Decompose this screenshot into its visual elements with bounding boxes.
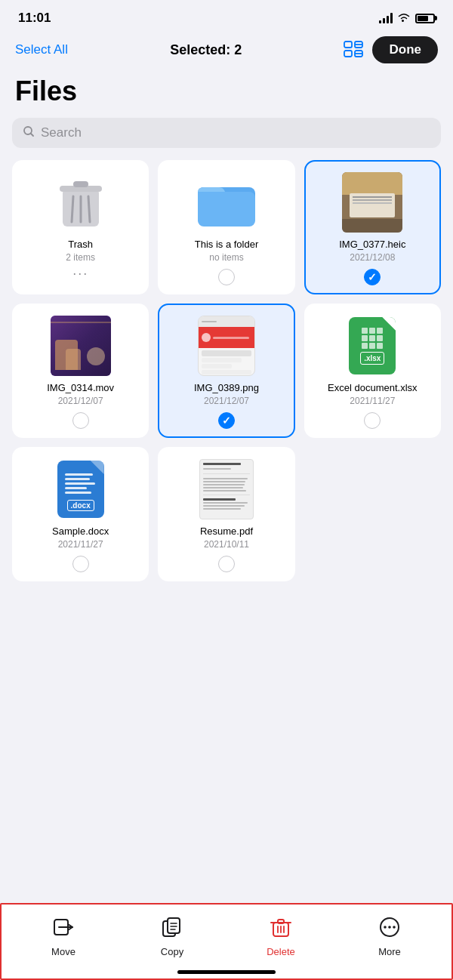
file-name-sample: Sample.docx [52, 525, 109, 537]
more-label: More [378, 946, 401, 957]
move-icon [53, 917, 74, 942]
files-grid: Trash 2 items ... This is a folder no it… [0, 160, 453, 593]
file-card-sample[interactable]: .docx Sample.docx 2021/11/27 [12, 447, 149, 581]
file-name-trash: Trash [68, 239, 93, 250]
toolbar-right: Done [344, 36, 438, 63]
file-card-img0377[interactable]: IMG_0377.heic 2021/12/08 [304, 160, 441, 294]
selected-count: Selected: 2 [170, 42, 242, 58]
file-icon-excel: .xlsx [342, 316, 402, 376]
file-checkbox-img0377[interactable] [364, 269, 381, 285]
file-date-resume: 2021/10/11 [204, 539, 249, 550]
file-checkbox-resume[interactable] [218, 556, 235, 572]
file-name-img0377: IMG_0377.heic [339, 239, 405, 250]
file-date-sample: 2021/11/27 [58, 539, 103, 550]
file-subtitle-trash: 2 items [66, 252, 95, 263]
file-checkbox-img0314[interactable] [72, 412, 89, 429]
done-button[interactable]: Done [372, 36, 438, 63]
svg-line-7 [31, 134, 34, 137]
status-time: 11:01 [18, 11, 51, 26]
grid-view-button[interactable] [344, 41, 363, 60]
svg-line-11 [72, 196, 73, 222]
copy-icon [162, 917, 183, 942]
move-label: Move [51, 946, 76, 957]
file-card-img0389[interactable]: IMG_0389.png 2021/12/07 [158, 304, 294, 438]
status-bar: 11:01 [0, 0, 453, 30]
delete-button[interactable]: Delete [254, 917, 307, 957]
file-name-resume: Resume.pdf [200, 525, 253, 537]
copy-label: Copy [161, 946, 183, 957]
file-card-folder[interactable]: This is a folder no items [158, 160, 294, 294]
svg-rect-16 [198, 192, 255, 227]
file-date-img0314: 2021/12/07 [58, 396, 103, 406]
file-checkbox-folder[interactable] [218, 269, 235, 285]
svg-rect-0 [344, 42, 352, 48]
home-indicator [177, 970, 276, 974]
more-button[interactable]: More [363, 917, 416, 957]
file-icon-img0314 [51, 316, 111, 376]
file-icon-trash [51, 172, 111, 233]
file-card-trash[interactable]: Trash 2 items ... [12, 160, 149, 294]
delete-label: Delete [267, 946, 295, 957]
copy-button[interactable]: Copy [146, 917, 199, 957]
search-icon [23, 125, 35, 140]
svg-line-13 [88, 196, 90, 222]
search-placeholder: Search [41, 125, 82, 140]
file-checkbox-excel[interactable] [364, 412, 381, 429]
svg-rect-20 [168, 918, 180, 933]
file-name-img0314: IMG_0314.mov [47, 382, 114, 393]
svg-point-31 [384, 926, 387, 929]
file-date-excel: 2021/11/27 [350, 396, 395, 406]
file-checkbox-sample[interactable] [72, 556, 89, 572]
file-card-img0314[interactable]: IMG_0314.mov 2021/12/07 [12, 304, 149, 438]
page-title: Files [0, 72, 453, 118]
svg-rect-10 [73, 181, 88, 187]
bottom-action-bar: Move Copy Delete [0, 903, 453, 980]
more-icon [379, 917, 400, 942]
battery-icon [415, 14, 435, 23]
svg-point-32 [388, 926, 391, 929]
wifi-icon [397, 12, 411, 25]
delete-icon [270, 917, 291, 942]
file-icon-img0377 [342, 172, 402, 233]
file-icon-img0389 [196, 316, 257, 376]
signal-icon [379, 13, 393, 23]
file-date-img0389: 2021/12/07 [204, 396, 249, 406]
file-icon-resume [196, 459, 257, 519]
file-name-folder: This is a folder [195, 239, 259, 250]
status-icons [379, 12, 435, 25]
file-name-img0389: IMG_0389.png [194, 382, 259, 393]
select-all-button[interactable]: Select All [15, 42, 68, 57]
file-icon-folder [196, 172, 257, 233]
svg-rect-3 [344, 51, 352, 57]
svg-rect-26 [278, 920, 284, 923]
search-container: Search [0, 118, 453, 160]
toolbar: Select All Selected: 2 Done [0, 30, 453, 72]
file-card-resume[interactable]: Resume.pdf 2021/10/11 [158, 447, 294, 581]
search-bar[interactable]: Search [12, 118, 441, 148]
svg-point-33 [393, 926, 396, 929]
file-icon-sample: .docx [51, 459, 111, 519]
file-card-excel[interactable]: .xlsx Excel document.xlsx 2021/11/27 [304, 304, 441, 438]
move-button[interactable]: Move [37, 917, 90, 957]
file-name-excel: Excel document.xlsx [328, 382, 418, 393]
file-more-trash: ... [72, 263, 88, 279]
file-checkbox-img0389[interactable] [218, 412, 235, 429]
file-date-img0377: 2021/12/08 [350, 252, 395, 263]
file-subtitle-folder: no items [209, 252, 243, 263]
